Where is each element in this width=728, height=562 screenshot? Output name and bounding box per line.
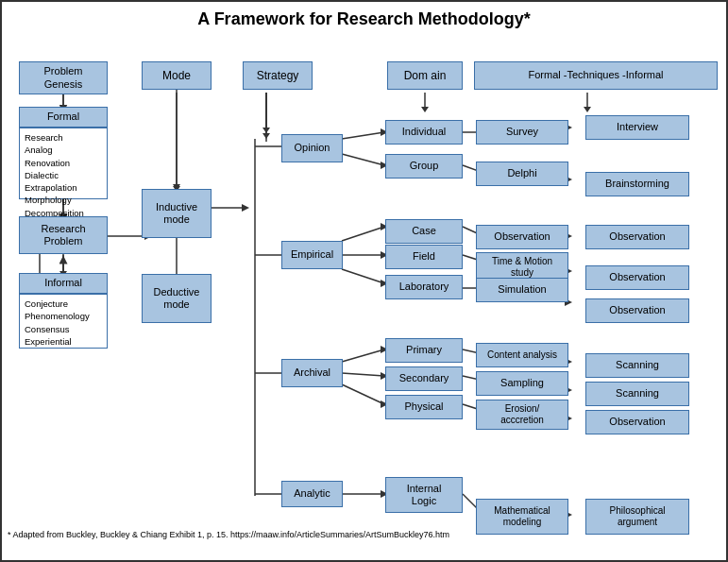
diagram-area: Problem Genesis Formal Research Analog R… [2,33,728,543]
interview-label: Interview [617,121,658,133]
content-analysis-box: Content analysis [476,343,568,367]
strategy-box: Strategy [243,61,313,90]
internal-logic-box: Internal Logic [385,477,463,513]
research-problem-label: Research Problem [41,223,85,247]
informal-list: Conjecture Phenomenology Consensus Exper… [25,298,90,347]
mode-label: Mode [162,69,191,82]
group-box: Group [385,154,463,179]
physical-label: Physical [405,400,444,413]
delphi-box: Delphi [476,162,568,186]
svg-line-37 [342,154,384,165]
philosophical-box: Philosophical argument [585,499,689,535]
survey-label: Survey [506,126,538,138]
time-motion-label: Time & Motion study [492,256,552,279]
scanning1-label: Scanning [616,359,659,371]
observation-archival-label: Observation [609,416,665,428]
mathematical-box: Mathematical modeling [476,499,568,535]
svg-marker-34 [584,107,591,112]
inductive-label: Inductive mode [156,201,197,226]
brainstorming-box: Brainstorming [585,172,689,196]
content-analysis-label: Content analysis [487,349,557,361]
individual-label: Individual [402,126,446,138]
informal-label-box: Informal [19,273,108,294]
opinion-label: Opinion [295,142,330,154]
erosion-label: Erosion/ acccretion [500,403,544,426]
mode-box: Mode [142,61,212,90]
svg-line-43 [342,269,384,283]
observation-f1-box: Observation [585,225,689,249]
primary-label: Primary [406,344,442,356]
sampling-box: Sampling [476,371,568,396]
mathematical-label: Mathematical modeling [494,505,550,528]
empirical-box: Empirical [281,241,343,269]
inductive-mode-box: Inductive mode [142,189,212,238]
physical-box: Physical [385,395,463,419]
sampling-label: Sampling [500,377,544,389]
page-title: A Framework for Research Methodology* [2,2,726,33]
erosion-box: Erosion/ acccretion [476,400,568,430]
group-label: Group [410,160,439,172]
archival-box: Archival [281,359,343,387]
field-label: Field [413,250,435,263]
individual-box: Individual [385,120,463,145]
page: A Framework for Research Methodology* [0,0,728,562]
formal-label: Formal [47,111,79,123]
domain-label: Dom ain [404,69,447,82]
deductive-label: Deductive mode [154,286,200,311]
secondary-label: Secondary [399,372,449,384]
svg-line-35 [342,132,384,139]
research-problem-box: Research Problem [19,216,108,254]
delphi-label: Delphi [507,167,536,179]
svg-line-45 [342,349,384,362]
formal-techniques-header: Formal -Techniques -Informal [474,61,718,90]
interview-box: Interview [585,115,689,140]
domain-box: Dom ain [387,61,463,90]
formal-list-box: Research Analog Renovation Dialectic Ext… [19,128,108,199]
secondary-box: Secondary [385,366,463,391]
scanning2-box: Scanning [585,382,689,406]
observation-case-box: Observation [476,225,568,249]
internal-logic-label: Internal Logic [407,483,442,507]
analytic-label: Analytic [294,487,330,500]
scanning2-label: Scanning [616,387,659,400]
formal-label-box: Formal [19,107,108,128]
empirical-label: Empirical [291,248,333,261]
observation-f2-box: Observation [585,265,689,290]
observation-f1-label: Observation [609,230,665,243]
svg-marker-94 [242,204,249,212]
simulation-box: Simulation [476,278,568,302]
deductive-mode-box: Deductive mode [142,274,212,323]
primary-box: Primary [385,338,463,363]
observation-case-label: Observation [494,230,550,243]
formal-techniques-label: Formal -Techniques -Informal [528,69,663,81]
svg-line-47 [342,373,384,376]
problem-genesis-box: Problem Genesis [19,61,108,94]
brainstorming-label: Brainstorming [605,178,669,190]
informal-list-box: Conjecture Phenomenology Consensus Exper… [19,294,108,349]
observation-f2-label: Observation [609,271,665,283]
field-box: Field [385,245,463,269]
svg-marker-32 [421,107,429,112]
strategy-label: Strategy [257,69,299,82]
analytic-box: Analytic [281,481,343,507]
svg-marker-30 [262,133,270,139]
laboratory-label: Laboratory [399,281,449,293]
svg-marker-18 [262,128,270,133]
informal-label: Informal [44,277,82,289]
simulation-label: Simulation [498,283,546,296]
footer-text: * Adapted from Buckley, Buckley & Chiang… [8,530,449,539]
observation-f3-label: Observation [609,304,665,316]
case-box: Case [385,219,463,244]
problem-genesis-label: Problem Genesis [44,65,83,90]
svg-line-49 [342,384,384,404]
laboratory-box: Laboratory [385,275,463,299]
svg-line-39 [342,227,384,241]
observation-f3-box: Observation [585,298,689,323]
scanning1-box: Scanning [585,353,689,378]
opinion-box: Opinion [281,134,343,162]
survey-box: Survey [476,120,568,145]
archival-label: Archival [294,366,330,379]
case-label: Case [412,225,436,237]
observation-archival-box: Observation [585,410,689,434]
footer-content: * Adapted from Buckley, Buckley & Chiang… [8,530,449,539]
